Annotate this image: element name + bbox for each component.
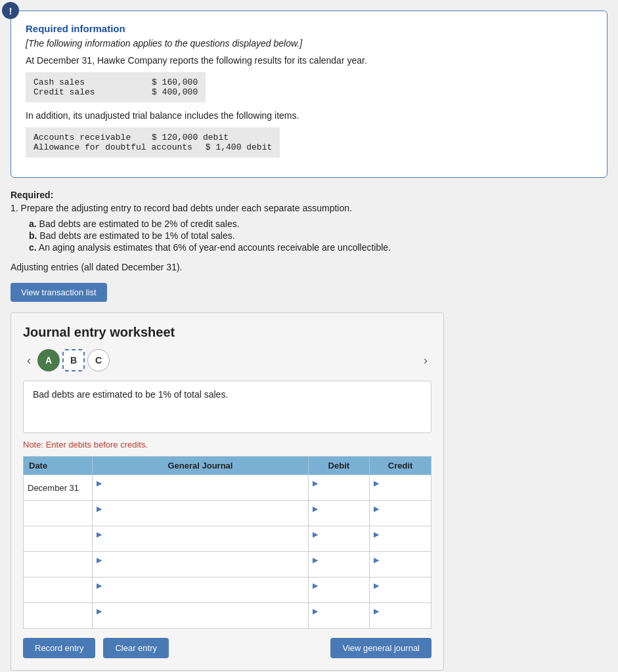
table-row-date-2[interactable]: [24, 526, 93, 552]
journal-input-5[interactable]: [97, 616, 303, 625]
description-text: Bad debts are estimated to be 1% of tota…: [33, 389, 228, 400]
table-row: ▶▶▶: [24, 552, 431, 578]
worksheet-card: Journal entry worksheet ‹ A B C › Bad de…: [11, 312, 444, 671]
date-input-5[interactable]: [28, 611, 88, 621]
date-input-4[interactable]: [28, 585, 88, 595]
journal-input-2[interactable]: [97, 539, 303, 549]
clear-entry-button[interactable]: Clear entry: [103, 638, 169, 658]
credit-input-1[interactable]: [374, 513, 427, 523]
balance-label-0: Accounts receivable: [33, 133, 139, 142]
table-row-journal-0[interactable]: ▶: [93, 475, 308, 501]
record-entry-button[interactable]: Record entry: [23, 638, 95, 658]
note-text: Note: Enter debits before credits.: [23, 440, 431, 450]
sales-label-0: Cash sales: [33, 77, 139, 87]
balance-label-1: Allowance for doubtful accounts: [33, 142, 192, 152]
credit-input-3[interactable]: [374, 564, 427, 574]
table-row: ▶▶▶: [24, 501, 431, 526]
sub-item-b-letter: b.: [29, 230, 37, 241]
nav-prev-button[interactable]: ‹: [23, 352, 35, 369]
credit-input-2[interactable]: [374, 539, 427, 549]
table-row-date-1[interactable]: [24, 501, 93, 526]
sales-row-0: Cash sales $ 160,000: [33, 77, 198, 87]
table-row-debit-3[interactable]: ▶: [308, 552, 370, 578]
adjusting-text: Adjusting entries (all dated December 31…: [11, 262, 607, 272]
balance-value-0: $ 120,000 debit: [152, 133, 229, 142]
action-buttons: Record entry Clear entry View general jo…: [23, 638, 431, 658]
table-row-debit-4[interactable]: ▶: [308, 578, 370, 603]
debit-input-3[interactable]: [313, 564, 366, 574]
tab-button-a[interactable]: A: [37, 349, 60, 371]
credit-marker-2: ▶: [374, 530, 379, 538]
table-row-journal-3[interactable]: ▶: [93, 552, 308, 578]
balance-value-1: $ 1,400 debit: [206, 142, 272, 152]
date-input-3[interactable]: [28, 560, 88, 570]
journal-input-4[interactable]: [97, 590, 303, 600]
journal-input-1[interactable]: [97, 513, 303, 523]
debit-marker-5: ▶: [313, 607, 318, 615]
date-input-2[interactable]: [28, 534, 88, 544]
table-row-credit-4[interactable]: ▶: [370, 578, 431, 603]
journal-table: Date General Journal Debit Credit Decemb…: [23, 456, 431, 629]
table-row-debit-0[interactable]: ▶: [308, 475, 370, 501]
journal-marker-3: ▶: [97, 556, 102, 564]
alert-icon: !: [2, 2, 19, 19]
debit-input-1[interactable]: [313, 513, 366, 523]
debit-marker-3: ▶: [313, 556, 318, 564]
sales-row-1: Credit sales $ 400,000: [33, 87, 198, 97]
view-transaction-button[interactable]: View transaction list: [11, 283, 107, 302]
table-row-credit-5[interactable]: ▶: [370, 603, 431, 629]
table-row-date-5[interactable]: [24, 603, 93, 629]
table-row-date-0[interactable]: December 31: [24, 475, 93, 501]
credit-input-0[interactable]: [374, 488, 427, 497]
info-card-title: Required information: [26, 23, 592, 34]
table-row-credit-3[interactable]: ▶: [370, 552, 431, 578]
table-row: ▶▶▶: [24, 526, 431, 552]
debit-input-5[interactable]: [313, 616, 366, 625]
table-row-journal-5[interactable]: ▶: [93, 603, 308, 629]
debit-input-4[interactable]: [313, 590, 366, 600]
debit-input-0[interactable]: [313, 488, 366, 497]
journal-marker-0: ▶: [97, 479, 102, 487]
balance-row-1: Allowance for doubtful accounts $ 1,400 …: [33, 142, 272, 152]
table-row-credit-1[interactable]: ▶: [370, 501, 431, 526]
main-instruction: 1. Prepare the adjusting entry to record…: [11, 203, 607, 213]
col-header-debit: Debit: [308, 457, 370, 475]
sales-value-0: $ 160,000: [152, 77, 198, 87]
table-row-credit-2[interactable]: ▶: [370, 526, 431, 552]
tab-button-c[interactable]: C: [87, 349, 110, 371]
credit-input-4[interactable]: [374, 590, 427, 600]
description-box: Bad debts are estimated to be 1% of tota…: [23, 381, 431, 433]
credit-marker-1: ▶: [374, 505, 379, 513]
nav-next-button[interactable]: ›: [420, 352, 431, 369]
table-row-debit-5[interactable]: ▶: [308, 603, 370, 629]
sub-item-a-text: Bad debts are estimated to be 2% of cred…: [39, 219, 240, 229]
table-row-date-3[interactable]: [24, 552, 93, 578]
table-row: ▶▶▶: [24, 578, 431, 603]
date-input-1[interactable]: [28, 509, 88, 518]
sub-item-b-text: Bad debts are estimated to be 1% of tota…: [39, 230, 234, 241]
balance-intro: In addition, its unadjusted trial balanc…: [26, 110, 592, 121]
debit-input-2[interactable]: [313, 539, 366, 549]
credit-input-5[interactable]: [374, 616, 427, 625]
table-row-journal-4[interactable]: ▶: [93, 578, 308, 603]
credit-marker-4: ▶: [374, 581, 379, 589]
table-row-journal-2[interactable]: ▶: [93, 526, 308, 552]
tab-nav: ‹ A B C ›: [23, 349, 431, 371]
journal-input-3[interactable]: [97, 564, 303, 574]
col-header-journal: General Journal: [93, 457, 308, 475]
table-row-debit-2[interactable]: ▶: [308, 526, 370, 552]
balance-row-0: Accounts receivable $ 120,000 debit: [33, 133, 272, 142]
journal-marker-4: ▶: [97, 581, 102, 589]
journal-input-0[interactable]: [97, 488, 303, 497]
sub-items: a. Bad debts are estimated to be 2% of c…: [29, 219, 607, 253]
table-row-date-4[interactable]: [24, 578, 93, 603]
table-row-journal-1[interactable]: ▶: [93, 501, 308, 526]
table-row-debit-1[interactable]: ▶: [308, 501, 370, 526]
required-section: Required: 1. Prepare the adjusting entry…: [11, 190, 607, 253]
table-row-credit-0[interactable]: ▶: [370, 475, 431, 501]
tab-button-b[interactable]: B: [62, 349, 85, 371]
sub-item-a-letter: a.: [29, 219, 37, 229]
info-card-intro: At December 31, Hawke Company reports th…: [26, 55, 592, 66]
journal-marker-5: ▶: [97, 607, 102, 615]
view-general-journal-button[interactable]: View general journal: [330, 638, 431, 658]
